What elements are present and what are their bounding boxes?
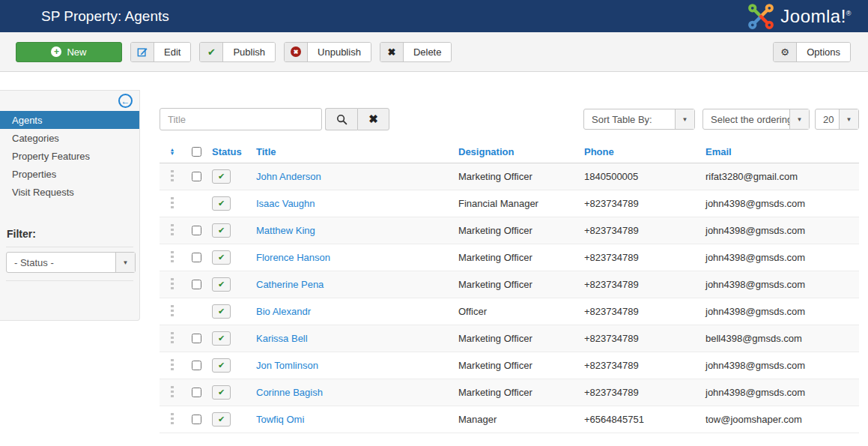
row-status-cell: ✔ xyxy=(207,358,249,373)
row-checkbox[interactable] xyxy=(192,361,201,370)
chevron-down-icon: ▼ xyxy=(675,109,694,129)
agent-title-link[interactable]: Karissa Bell xyxy=(256,333,308,344)
row-designation-cell: Marketing Officer xyxy=(452,333,577,344)
row-designation-cell: Financial Manager xyxy=(452,198,577,209)
status-check-icon: ✔ xyxy=(218,199,225,208)
filter-heading: Filter: xyxy=(7,228,139,240)
drag-handle-icon[interactable] xyxy=(171,251,174,264)
row-title-cell: Karissa Bell xyxy=(249,333,452,344)
collapse-sidebar-icon[interactable]: ← xyxy=(118,94,133,108)
drag-handle-icon[interactable] xyxy=(171,278,174,291)
sidebar-item-agents[interactable]: Agents xyxy=(0,111,139,129)
row-checkbox[interactable] xyxy=(192,334,201,343)
delete-button[interactable]: ✖ Delete xyxy=(380,42,452,62)
status-check-icon: ✔ xyxy=(218,226,225,235)
select-all-checkbox[interactable] xyxy=(192,147,201,157)
table-row: ✔ Corinne Bagish Marketing Officer +8237… xyxy=(160,379,859,406)
agent-title-link[interactable]: Catherine Pena xyxy=(256,279,324,290)
edit-button[interactable]: Edit xyxy=(130,42,191,62)
unpublish-button-label: Unpublish xyxy=(308,43,371,61)
delete-x-icon: ✖ xyxy=(380,43,404,61)
filter-divider-top xyxy=(6,247,133,247)
drag-handle-icon[interactable] xyxy=(171,305,174,318)
column-header-title[interactable]: Title xyxy=(249,146,452,157)
row-phone-cell: +823734789 xyxy=(577,306,699,317)
row-title-cell: Bio Alexandr xyxy=(249,306,452,317)
publish-button[interactable]: ✔ Publish xyxy=(199,42,276,62)
row-title-cell: John Anderson xyxy=(249,171,452,182)
agent-title-link[interactable]: John Anderson xyxy=(256,171,321,182)
column-header-designation[interactable]: Designation xyxy=(452,146,577,157)
drag-handle-cell xyxy=(160,170,185,183)
row-checkbox[interactable] xyxy=(192,388,201,397)
agent-title-link[interactable]: Isaac Vaughn xyxy=(256,198,315,209)
close-icon: ✖ xyxy=(368,112,378,126)
row-checkbox[interactable] xyxy=(192,226,201,235)
row-title-cell: Jon Tomlinson xyxy=(249,360,452,371)
sort-table-by-select[interactable]: Sort Table By: ▼ xyxy=(583,109,695,130)
status-published-button[interactable]: ✔ xyxy=(212,250,231,265)
drag-handle-cell xyxy=(160,224,185,237)
drag-handle-icon[interactable] xyxy=(171,359,174,372)
search-button-group: ✖ xyxy=(325,108,389,130)
row-select-cell xyxy=(185,280,207,289)
search-input[interactable] xyxy=(160,108,322,130)
status-published-button[interactable]: ✔ xyxy=(212,304,231,319)
row-status-cell: ✔ xyxy=(207,385,249,400)
agent-title-link[interactable]: Towfiq Omi xyxy=(256,414,304,425)
search-button[interactable] xyxy=(325,108,357,130)
status-check-icon: ✔ xyxy=(218,172,225,181)
status-published-button[interactable]: ✔ xyxy=(212,277,231,292)
clear-search-button[interactable]: ✖ xyxy=(357,108,389,130)
row-status-cell: ✔ xyxy=(207,277,249,292)
status-published-button[interactable]: ✔ xyxy=(212,196,231,211)
drag-handle-cell xyxy=(160,332,185,345)
ordering-select[interactable]: Select the ordering. ▼ xyxy=(702,109,810,130)
sidebar-item-property-features[interactable]: Property Features xyxy=(0,147,139,165)
drag-handle-icon[interactable] xyxy=(171,197,174,210)
row-phone-cell: +823734789 xyxy=(577,279,699,290)
status-published-button[interactable]: ✔ xyxy=(212,331,231,346)
row-email-cell: john4398@gmsds.com xyxy=(699,198,859,209)
row-checkbox[interactable] xyxy=(192,253,201,262)
status-filter-select[interactable]: - Status - ▼ xyxy=(6,252,136,273)
column-header-phone[interactable]: Phone xyxy=(577,146,699,157)
status-published-button[interactable]: ✔ xyxy=(212,358,231,373)
agent-title-link[interactable]: Corinne Bagish xyxy=(256,387,323,398)
status-published-button[interactable]: ✔ xyxy=(212,169,231,184)
sidebar-item-properties[interactable]: Properties xyxy=(0,165,139,183)
delete-button-label: Delete xyxy=(404,43,452,61)
drag-handle-icon[interactable] xyxy=(171,386,174,399)
sidebar-item-visit-requests[interactable]: Visit Requests xyxy=(0,183,139,201)
select-all-cell xyxy=(185,147,207,157)
new-button[interactable]: + New xyxy=(16,42,122,62)
agent-title-link[interactable]: Jon Tomlinson xyxy=(256,360,318,371)
row-checkbox[interactable] xyxy=(192,172,201,181)
row-designation-cell: Marketing Officer xyxy=(452,387,577,398)
agent-title-link[interactable]: Bio Alexandr xyxy=(256,306,311,317)
row-checkbox[interactable] xyxy=(192,280,201,289)
status-published-button[interactable]: ✔ xyxy=(212,412,231,427)
status-published-button[interactable]: ✔ xyxy=(212,223,231,238)
table-body: ✔ John Anderson Marketing Officer 184050… xyxy=(160,163,859,433)
agent-title-link[interactable]: Florence Hanson xyxy=(256,252,330,263)
drag-handle-icon[interactable] xyxy=(171,224,174,237)
drag-handle-icon[interactable] xyxy=(171,413,174,426)
row-checkbox[interactable] xyxy=(192,415,201,424)
list-limit-select[interactable]: 20 ▼ xyxy=(815,109,859,130)
search-icon xyxy=(336,114,347,125)
options-button[interactable]: ⚙ Options xyxy=(773,42,851,62)
agent-title-link[interactable]: Matthew King xyxy=(256,225,315,236)
row-email-cell: john4398@gmsds.com xyxy=(699,225,859,236)
row-status-cell: ✔ xyxy=(207,223,249,238)
status-published-button[interactable]: ✔ xyxy=(212,385,231,400)
sidebar-item-categories[interactable]: Categories xyxy=(0,129,139,147)
column-header-status[interactable]: Status xyxy=(207,146,249,157)
row-email-cell: rifat3280@gmail.com xyxy=(699,171,859,182)
sort-order-icon[interactable]: ▲ ▼ xyxy=(170,148,175,155)
column-header-email[interactable]: Email xyxy=(699,146,859,157)
drag-handle-icon[interactable] xyxy=(171,170,174,183)
drag-handle-icon[interactable] xyxy=(171,332,174,345)
row-email-cell: john4398@gmsds.com xyxy=(699,387,859,398)
unpublish-button[interactable]: ✖ Unpublish xyxy=(284,42,371,62)
